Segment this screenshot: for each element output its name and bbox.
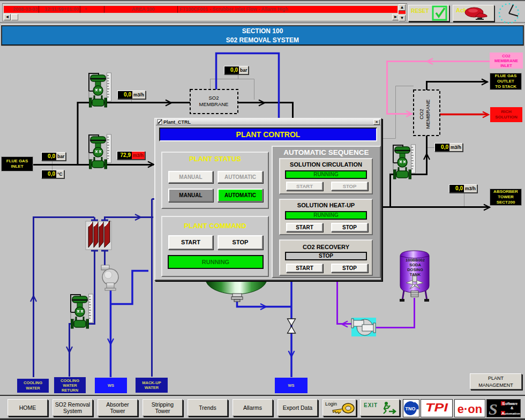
svg-text:MEMBRANE: MEMBRANE	[425, 100, 431, 129]
svg-text:&: &	[511, 406, 514, 410]
svg-text:utomation: utomation	[505, 412, 520, 415]
svg-text:TPI: TPI	[425, 400, 448, 414]
svg-text:MEMBRANE: MEMBRANE	[199, 101, 229, 107]
svg-text:100BB002: 100BB002	[406, 258, 425, 262]
svg-text:CO2: CO2	[418, 109, 424, 119]
svg-text:SODA: SODA	[409, 262, 421, 267]
svg-text:e·on: e·on	[458, 402, 482, 416]
svg-text:SO2: SO2	[208, 95, 219, 101]
svg-text:TNO: TNO	[406, 406, 416, 411]
svg-text:oftware: oftware	[505, 402, 518, 406]
svg-text:DOSING: DOSING	[407, 267, 423, 272]
svg-text:S: S	[489, 400, 498, 417]
